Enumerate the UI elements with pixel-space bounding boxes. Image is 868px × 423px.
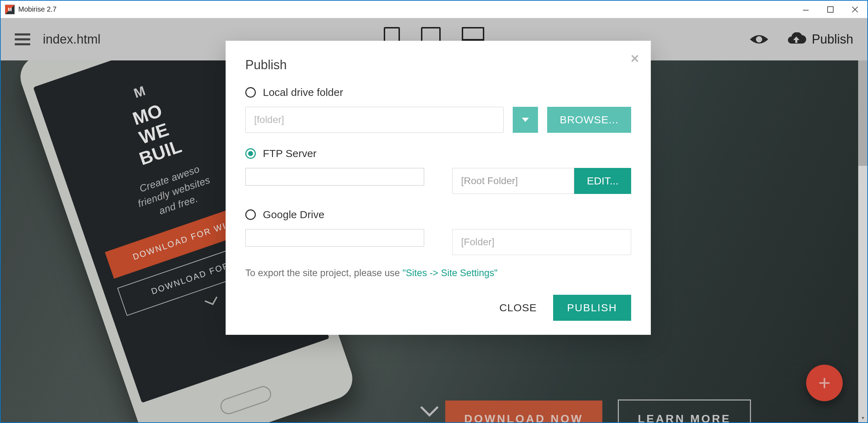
ftp-option[interactable]: FTP Server [245, 148, 631, 160]
export-note-text: To export the site project, please use [245, 268, 402, 278]
ftp-label: FTP Server [263, 148, 317, 160]
google-drive-label: Google Drive [263, 209, 324, 221]
local-folder-input[interactable]: [folder] [245, 107, 504, 133]
window-titlebar: M Mobirise 2.7 [1, 1, 867, 18]
svg-rect-1 [828, 7, 833, 12]
radio-icon [245, 209, 256, 220]
google-drive-folder-input[interactable]: [Folder] [452, 229, 631, 255]
folder-dropdown-button[interactable] [513, 107, 538, 133]
modal-close-icon[interactable]: × [631, 51, 639, 66]
publish-modal: × Publish Local drive folder [folder] BR… [226, 41, 651, 335]
publish-confirm-button[interactable]: PUBLISH [553, 295, 631, 321]
app-icon: M [5, 5, 15, 14]
edit-ftp-button[interactable]: EDIT... [574, 168, 631, 194]
window-title: Mobirise 2.7 [18, 5, 57, 13]
window-close-button[interactable] [843, 1, 867, 18]
google-drive-select[interactable] [245, 229, 424, 247]
radio-icon [245, 87, 256, 98]
site-settings-link[interactable]: "Sites -> Site Settings" [402, 268, 498, 278]
window-minimize-button[interactable] [793, 1, 818, 18]
google-drive-option[interactable]: Google Drive [245, 209, 631, 221]
local-drive-option[interactable]: Local drive folder [245, 86, 631, 98]
modal-title: Publish [245, 58, 631, 72]
radio-icon [245, 148, 256, 159]
browse-button[interactable]: BROWSE... [547, 107, 631, 133]
close-button[interactable]: CLOSE [499, 302, 537, 314]
window-controls [793, 1, 867, 18]
window-maximize-button[interactable] [818, 1, 843, 18]
ftp-root-folder-input[interactable]: [Root Folder] [452, 168, 574, 194]
titlebar-left: M Mobirise 2.7 [5, 5, 57, 14]
local-drive-label: Local drive folder [263, 86, 343, 98]
export-note: To export the site project, please use "… [245, 268, 631, 279]
ftp-server-select[interactable] [245, 168, 424, 186]
